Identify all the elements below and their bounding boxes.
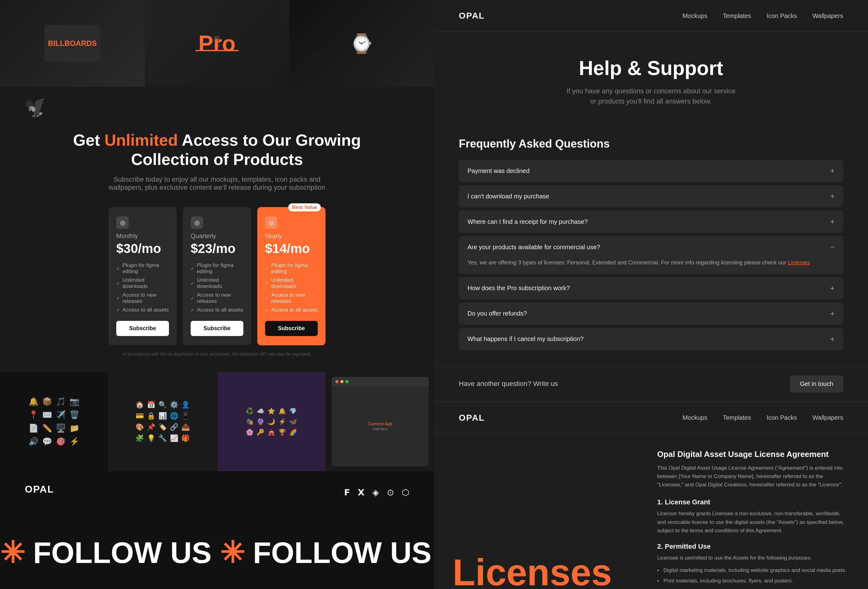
- pricing-disclaimer: In accordance with the tax legislation o…: [37, 351, 397, 356]
- feature-item: Plugin for figma editing: [190, 262, 244, 275]
- licenses-title-col: Licenses: [434, 434, 651, 589]
- faq-item-commercial: Are your products available for commerci…: [459, 236, 843, 274]
- icon-block-4: Camera AppInterface: [326, 372, 434, 471]
- twitter-x-icon[interactable]: 𝗫: [358, 487, 365, 497]
- subscribe-button-monthly[interactable]: Subscribe: [116, 321, 169, 336]
- faq-expand-icon: +: [830, 192, 834, 201]
- best-value-badge: Best Value: [288, 203, 321, 211]
- plan-features-monthly: Plugin for figma editing Unlimited downl…: [116, 262, 169, 313]
- help-title: Help & Support: [459, 57, 843, 80]
- right-panel: OPAL Mockups Templates Icon Packs Wallpa…: [434, 0, 868, 589]
- faq-item-cancel: What happens if I cancel my subscription…: [459, 328, 843, 350]
- licenses-nav-icon-packs[interactable]: Icon Packs: [767, 414, 797, 421]
- faq-question-payment-declined[interactable]: Payment was declined +: [459, 159, 843, 182]
- pricing-card-monthly: ◎ Monthly $30/mo Plugin for figma editin…: [108, 207, 177, 345]
- faq-expand-icon: +: [830, 167, 834, 175]
- license-agreement-title: Opal Digital Asset Usage License Agreeme…: [657, 450, 849, 459]
- feature-item: Unlimited downloads: [265, 277, 318, 289]
- plan-features-quarterly: Plugin for figma editing Unlimited downl…: [190, 262, 244, 313]
- feature-item: Plugin for figma editing: [116, 262, 169, 275]
- faq-question-commercial[interactable]: Are your products available for commerci…: [459, 236, 843, 258]
- plan-name-monthly: Monthly: [116, 232, 169, 240]
- faq-question-receipt[interactable]: Where can I find a receipt for my purcha…: [459, 211, 843, 233]
- licenses-nav-mockups[interactable]: Mockups: [683, 414, 707, 421]
- license-section-1-title: 1. License Grant: [657, 498, 849, 506]
- help-nav-wallpapers[interactable]: Wallpapers: [812, 12, 843, 19]
- license-section-1-text: Licensor hereby grants Licensee a non-ex…: [657, 509, 849, 535]
- bird-decorative-icon: 🦅: [22, 94, 50, 121]
- hero-img-1: BILLBOARDS: [0, 0, 145, 87]
- license-section-2-text: Licensee is permitted to use the Assets …: [657, 554, 849, 562]
- help-nav-mockups[interactable]: Mockups: [683, 12, 707, 19]
- pro-label: Pro: [198, 31, 236, 56]
- licenses-nav: OPAL Mockups Templates Icon Packs Wallpa…: [434, 402, 868, 434]
- help-hero: Help & Support If you have any questions…: [434, 32, 868, 125]
- left-panel: BILLBOARDS 📱 Pro ⌚ 🦅 Get Unlimited Acces…: [0, 0, 434, 589]
- plan-features-yearly: Plugin for figma editing Unlimited downl…: [265, 262, 318, 313]
- pricing-title: Get Unlimited Access to Our Growing Coll…: [37, 130, 397, 169]
- feature-item: Access to new releases: [190, 292, 244, 304]
- faq-expand-icon: +: [830, 284, 834, 293]
- footer-social: 𝗙 𝗫 ◈ ⊙ ⬡: [344, 487, 409, 497]
- faq-licenses-link[interactable]: Licenses: [788, 260, 810, 266]
- faq-question-cancel[interactable]: What happens if I cancel my subscription…: [459, 328, 843, 350]
- feature-item: Access to new releases: [265, 292, 318, 304]
- faq-collapse-icon: −: [830, 243, 834, 251]
- plan-price-quarterly: $23/mo: [190, 241, 244, 256]
- subscribe-button-yearly[interactable]: Subscribe: [265, 321, 318, 336]
- plan-price-monthly: $30/mo: [116, 241, 169, 256]
- hero-img-3: ⌚: [289, 0, 434, 87]
- faq-question-pro[interactable]: How does the Pro subscription work? +: [459, 277, 843, 300]
- license-list-item: Internal company presentations.: [657, 586, 849, 589]
- help-nav-icon-packs[interactable]: Icon Packs: [767, 12, 797, 19]
- feature-item: Access to all assets: [190, 307, 244, 313]
- faq-expand-icon: +: [830, 217, 834, 226]
- help-nav: OPAL Mockups Templates Icon Packs Wallpa…: [434, 0, 868, 32]
- instagram-icon[interactable]: ⊙: [387, 487, 394, 497]
- licenses-content: Licenses Opal Digital Asset Usage Licens…: [434, 434, 868, 589]
- faq-item-download: I can't download my purchase +: [459, 185, 843, 207]
- licenses-nav-wallpapers[interactable]: Wallpapers: [812, 414, 843, 421]
- facebook-icon[interactable]: 𝗙: [344, 487, 350, 497]
- plan-icon-quarterly: ◎: [190, 216, 203, 229]
- faq-question-download[interactable]: I can't download my purchase +: [459, 185, 843, 207]
- feature-item: Unlimited downloads: [116, 277, 169, 289]
- pricing-cards: ◎ Monthly $30/mo Plugin for figma editin…: [37, 207, 397, 345]
- faq-section: Frequently Asked Questions Payment was d…: [434, 125, 868, 366]
- licenses-big-title: Licenses: [453, 554, 612, 589]
- plan-name-quarterly: Quarterly: [190, 232, 244, 240]
- get-in-touch-button[interactable]: Get in touch: [790, 375, 843, 393]
- discord-icon[interactable]: ⬡: [402, 487, 409, 497]
- help-nav-logo: OPAL: [459, 11, 485, 21]
- licenses-text-col: Opal Digital Asset Usage License Agreeme…: [651, 434, 868, 589]
- pricing-subtitle: Subscribe today to enjoy all our mockups…: [108, 176, 326, 192]
- faq-question-refunds[interactable]: Do you offer refunds? +: [459, 303, 843, 325]
- license-list-item: Print materials, including brochures, fl…: [657, 576, 849, 586]
- faq-item-pro: How does the Pro subscription work? +: [459, 277, 843, 300]
- help-nav-templates[interactable]: Templates: [723, 12, 751, 19]
- help-subtitle: If you have any questions or concerns ab…: [566, 86, 736, 106]
- github-icon[interactable]: ◈: [372, 487, 379, 497]
- plan-name-yearly: Yearly: [265, 232, 318, 240]
- subscribe-button-quarterly[interactable]: Subscribe: [190, 321, 244, 336]
- license-intro: This Opal Digital Asset Usage License Ag…: [657, 464, 849, 489]
- faq-item-payment-declined: Payment was declined +: [459, 159, 843, 182]
- faq-expand-icon: +: [830, 335, 834, 344]
- license-section-2-list: Digital marketing materials, including w…: [657, 565, 849, 589]
- feature-item: Unlimited downloads: [190, 277, 244, 289]
- follow-text: ✳ FOLLOW US ✳ FOLLOW US ✳ FOLLOW U: [0, 535, 434, 570]
- help-section: OPAL Mockups Templates Icon Packs Wallpa…: [434, 0, 868, 402]
- faq-answer-commercial: Yes, we are offering 3 types of licenses…: [459, 258, 843, 274]
- pricing-card-yearly: Best Value ◎ Yearly $14/mo Plugin for fi…: [257, 207, 326, 345]
- icon-block-1: 🔔📦🎵📷 📍✉️✈️🗑️ 📄✏️🖥️📁 🔊💬🎯⚡: [0, 372, 108, 471]
- licenses-nav-templates[interactable]: Templates: [723, 414, 751, 421]
- plan-icon-monthly: ◎: [116, 216, 128, 229]
- feature-item: Access to all assets: [265, 307, 318, 313]
- contact-strip: Have another question? Write us Get in t…: [434, 366, 868, 402]
- plan-icon-yearly: ◎: [265, 216, 278, 229]
- icon-showcase: 🔔📦🎵📷 📍✉️✈️🗑️ 📄✏️🖥️📁 🔊💬🎯⚡ 🏠📅🔍⚙️👤 💳🔒📊🌐📱 🎨📌…: [0, 372, 434, 471]
- license-section-2-title: 2. Permitted Use: [657, 542, 849, 551]
- feature-item: Plugin for figma editing: [265, 262, 318, 275]
- contact-text: Have another question? Write us: [459, 380, 558, 388]
- licenses-nav-logo: OPAL: [459, 413, 485, 423]
